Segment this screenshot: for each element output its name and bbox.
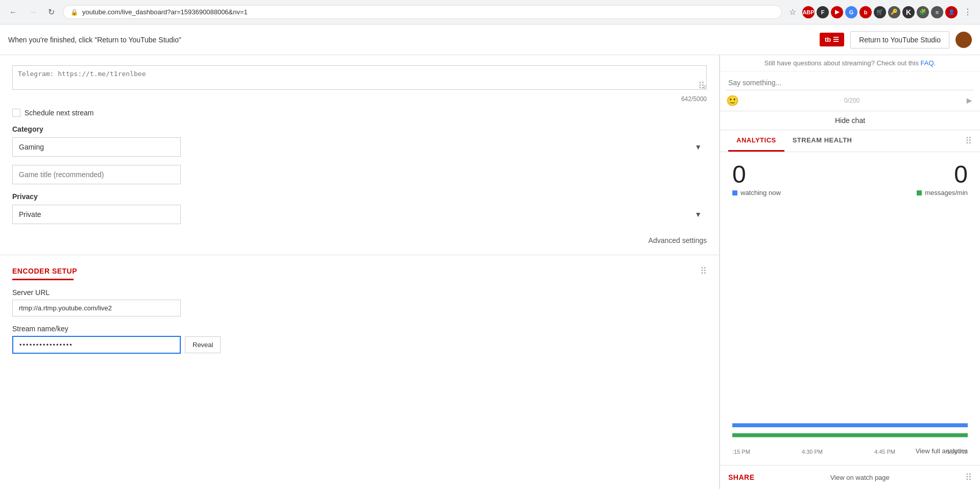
chat-input-bottom: 🙂 0/200 ► <box>726 94 974 107</box>
description-section: ⠿ 642/5000 Schedule next stream Category… <box>0 55 719 255</box>
ext-abp-icon[interactable]: ABP <box>802 6 815 18</box>
telegram-field[interactable] <box>12 65 707 90</box>
char-count: 642/5000 <box>12 95 707 103</box>
top-bar-right: tb ☰ Return to YouTube Studio <box>820 31 972 48</box>
chart-time-2: 4:30 PM <box>802 449 823 455</box>
lock-icon: 🔒 <box>70 9 78 16</box>
server-url-label: Server URL <box>12 288 707 297</box>
back-button[interactable]: ← <box>6 6 20 19</box>
ext-key-icon[interactable]: 🔑 <box>888 6 900 18</box>
tab-drag-icon[interactable]: ⠿ <box>965 135 972 146</box>
faq-link[interactable]: FAQ. <box>921 59 936 67</box>
ext-shop-icon[interactable]: 🛒 <box>874 6 886 18</box>
share-drag-icon[interactable]: ⠿ <box>965 472 972 483</box>
share-title: SHARE <box>728 473 755 481</box>
analytics-content: 0 watching now 0 messages/min <box>720 152 980 465</box>
schedule-row: Schedule next stream <box>12 109 707 117</box>
messages-per-min-label-row: messages/min <box>917 189 968 197</box>
analytics-stats: 0 watching now 0 messages/min <box>732 162 968 197</box>
stream-key-row: Reveal <box>12 336 707 354</box>
tab-analytics[interactable]: ANALYTICS <box>728 130 784 152</box>
chart-x-labels: :15 PM 4:30 PM 4:45 PM 5:00 PM <box>732 447 968 457</box>
reveal-button[interactable]: Reveal <box>185 336 221 353</box>
main-layout: ⠿ 642/5000 Schedule next stream Category… <box>0 55 980 489</box>
messages-per-min-block: 0 messages/min <box>917 162 968 197</box>
messages-per-min-count: 0 <box>954 162 968 187</box>
ext-yt-icon[interactable]: ▶ <box>831 6 843 18</box>
tab-items: ANALYTICS STREAM HEALTH <box>728 130 860 152</box>
chat-input-area: 🙂 0/200 ► <box>720 71 980 111</box>
emoji-button[interactable]: 🙂 <box>726 94 739 107</box>
ext-g-icon[interactable]: G <box>845 6 857 18</box>
tab-stream-health[interactable]: STREAM HEALTH <box>784 130 861 152</box>
chart-area: :15 PM 4:30 PM 4:45 PM 5:00 PM <box>732 207 968 445</box>
privacy-label: Privacy <box>12 192 707 201</box>
resize-handle: ⠿ <box>698 80 705 91</box>
chat-input[interactable] <box>726 76 974 90</box>
browser-actions: ☆ ABP F ▶ G b 🛒 🔑 K 🧩 ≡ 👤 ⋮ <box>787 5 974 19</box>
encoder-title-underline <box>12 279 74 280</box>
logo-menu-icon: ☰ <box>833 36 839 43</box>
messages-dot <box>917 190 922 195</box>
send-button[interactable]: ► <box>965 95 974 106</box>
advanced-settings-row: Advanced settings <box>12 232 707 244</box>
privacy-select-wrapper: Private ▼ <box>12 205 707 224</box>
schedule-checkbox[interactable] <box>12 109 20 117</box>
watching-now-count: 0 <box>732 162 746 187</box>
ext-k-icon[interactable]: K <box>902 6 915 18</box>
return-to-studio-button[interactable]: Return to YouTube Studio <box>850 31 949 48</box>
encoder-section: ENCODER SETUP ⠿ Server URL Stream name/k… <box>0 255 719 372</box>
logo-button[interactable]: tb ☰ <box>820 33 844 46</box>
url-text: youtube.com/live_dashboard?ar=1593690088… <box>82 8 248 16</box>
left-panel: ⠿ 642/5000 Schedule next stream Category… <box>0 55 720 489</box>
hide-chat-button[interactable]: Hide chat <box>720 111 980 130</box>
ext-puzzle-icon[interactable]: 🧩 <box>917 6 929 18</box>
stream-key-input[interactable] <box>12 336 181 354</box>
faq-text: Still have questions about streaming? Ch… <box>764 59 919 67</box>
watching-now-block: 0 watching now <box>732 162 781 197</box>
category-label: Category <box>12 125 707 133</box>
chart-time-1: :15 PM <box>732 449 750 455</box>
advanced-settings-link[interactable]: Advanced settings <box>649 236 707 244</box>
privacy-select[interactable]: Private <box>12 205 181 224</box>
top-bar-message: When you're finished, click "Return to Y… <box>8 36 181 44</box>
ext-user-icon[interactable]: 👤 <box>945 6 958 18</box>
view-on-watch-link[interactable]: View on watch page <box>830 474 890 481</box>
bookmark-button[interactable]: ☆ <box>787 5 798 19</box>
server-url-input[interactable] <box>12 300 181 316</box>
schedule-label: Schedule next stream <box>25 109 93 117</box>
analytics-chart <box>732 207 968 445</box>
forward-button[interactable]: → <box>26 6 40 19</box>
game-title-input[interactable] <box>12 165 181 184</box>
watching-now-label: watching now <box>740 189 781 197</box>
top-bar: When you're finished, click "Return to Y… <box>0 25 980 55</box>
reload-button[interactable]: ↻ <box>45 5 58 19</box>
messages-per-min-label: messages/min <box>925 189 968 197</box>
more-button[interactable]: ⋮ <box>962 5 974 19</box>
browser-chrome: ← → ↻ 🔒 youtube.com/live_dashboard?ar=15… <box>0 0 980 25</box>
category-arrow-icon: ▼ <box>695 143 702 151</box>
ext-f-icon[interactable]: F <box>817 6 829 18</box>
encoder-title: ENCODER SETUP <box>12 267 77 275</box>
chart-time-3: 4:45 PM <box>874 449 895 455</box>
category-select[interactable]: Gaming <box>12 137 181 157</box>
char-counter: 0/200 <box>844 97 859 104</box>
chart-time-4: 5:00 PM <box>947 449 968 455</box>
right-panel: Still have questions about streaming? Ch… <box>720 55 980 489</box>
ext-b-icon[interactable]: b <box>859 6 872 18</box>
privacy-arrow-icon: ▼ <box>695 210 702 218</box>
encoder-drag-icon[interactable]: ⠿ <box>700 265 707 277</box>
share-section: SHARE View on watch page ⠿ <box>720 465 980 489</box>
extension-icons: ABP F ▶ G b 🛒 🔑 K 🧩 ≡ 👤 <box>802 6 958 18</box>
faq-section: Still have questions about streaming? Ch… <box>720 55 980 71</box>
user-avatar[interactable] <box>955 32 972 48</box>
analytics-tabs: ANALYTICS STREAM HEALTH ⠿ <box>720 130 980 152</box>
watching-dot <box>732 190 737 195</box>
stream-key-label: Stream name/key <box>12 325 707 333</box>
ext-menu-icon[interactable]: ≡ <box>931 6 943 18</box>
category-select-wrapper: Gaming ▼ <box>12 137 707 157</box>
address-bar[interactable]: 🔒 youtube.com/live_dashboard?ar=15936900… <box>63 5 782 19</box>
encoder-section-header: ENCODER SETUP ⠿ <box>12 265 707 277</box>
watching-now-label-row: watching now <box>732 189 781 197</box>
logo-text: tb <box>825 36 831 43</box>
